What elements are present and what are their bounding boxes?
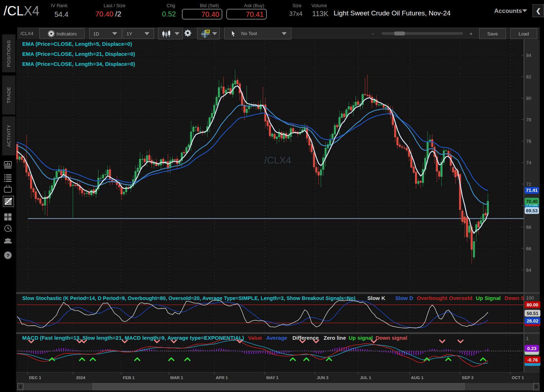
svg-text:74: 74 xyxy=(526,160,531,165)
svg-text:70.40: 70.40 xyxy=(526,199,538,204)
svg-text:JUL 1: JUL 1 xyxy=(360,376,371,380)
svg-text:Slow K: Slow K xyxy=(367,295,385,301)
svg-text:EMA (Price=CLOSE, Length=21, D: EMA (Price=CLOSE, Length=21, Displace=0) xyxy=(22,51,135,57)
svg-text:26.02: 26.02 xyxy=(527,318,539,324)
svg-text:Average: Average xyxy=(266,335,287,341)
svg-text:Down signal: Down signal xyxy=(376,335,407,341)
svg-text:66: 66 xyxy=(526,246,531,251)
svg-text:Slow D: Slow D xyxy=(395,295,413,301)
svg-text:MAR 1: MAR 1 xyxy=(170,376,183,380)
svg-text:82: 82 xyxy=(526,74,531,79)
svg-text:/CLX4: /CLX4 xyxy=(264,155,291,166)
svg-text:71.41: 71.41 xyxy=(526,188,538,193)
svg-text:68: 68 xyxy=(526,224,531,230)
svg-text:84: 84 xyxy=(526,53,531,58)
svg-text:72: 72 xyxy=(526,182,531,187)
svg-text:78: 78 xyxy=(526,117,531,122)
svg-text:80: 80 xyxy=(526,96,531,101)
svg-text:Value: Value xyxy=(248,335,262,341)
svg-text:-0.76: -0.76 xyxy=(527,357,538,363)
svg-text:Zero line: Zero line xyxy=(324,335,346,341)
svg-text:2024: 2024 xyxy=(76,376,85,380)
svg-text:APR 1: APR 1 xyxy=(216,376,228,380)
svg-text:JUN 3: JUN 3 xyxy=(317,376,329,380)
svg-text:OCT 1: OCT 1 xyxy=(512,376,524,380)
svg-text:Slow Stochastic (K Period=14,: Slow Stochastic (K Period=14, D Period=9… xyxy=(22,295,355,301)
svg-text:Difference: Difference xyxy=(292,335,319,341)
svg-text:80.00: 80.00 xyxy=(527,302,539,308)
svg-text:MACD (Fast length=13, Slow len: MACD (Fast length=13, Slow length=21, MA… xyxy=(22,335,244,341)
svg-text:FEB 1: FEB 1 xyxy=(123,376,135,380)
svg-text:Oversold: Oversold xyxy=(449,295,472,301)
svg-text:EMA (Price=CLOSE, Length=34, D: EMA (Price=CLOSE, Length=34, Displace=0) xyxy=(22,61,135,67)
svg-text:DEC 1: DEC 1 xyxy=(29,376,41,380)
svg-text:Up Signal: Up Signal xyxy=(476,295,501,301)
svg-text:100: 100 xyxy=(526,295,534,301)
svg-text:EMA (Price=CLOSE, Length=5, Di: EMA (Price=CLOSE, Length=5, Displace=0) xyxy=(22,41,132,47)
svg-text:AUG 1: AUG 1 xyxy=(411,376,424,380)
svg-text:1: 1 xyxy=(526,336,529,341)
svg-text:76: 76 xyxy=(526,139,531,144)
svg-text:50.51: 50.51 xyxy=(527,311,539,316)
svg-text:Overbought: Overbought xyxy=(417,295,447,301)
svg-text:0.23: 0.23 xyxy=(527,346,536,351)
svg-text:Up signal: Up signal xyxy=(349,335,373,341)
svg-text:?: ? xyxy=(6,252,9,258)
svg-text:MAY 1: MAY 1 xyxy=(266,376,278,380)
svg-text:69.53: 69.53 xyxy=(526,208,538,213)
svg-text:64: 64 xyxy=(526,267,531,273)
svg-text:SEP 3: SEP 3 xyxy=(462,376,473,380)
